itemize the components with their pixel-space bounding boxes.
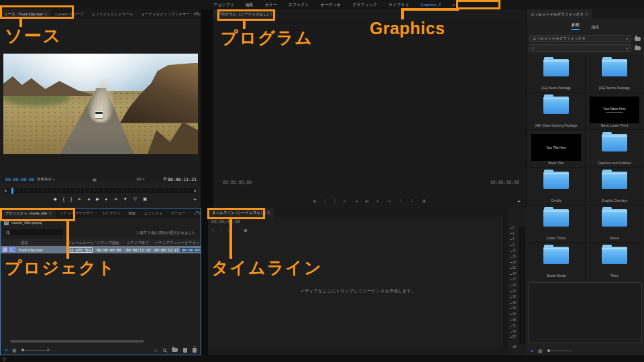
new-bin-icon[interactable] <box>172 348 178 352</box>
play-button[interactable]: ▶ <box>366 199 369 204</box>
program-button-editor-button[interactable]: + <box>517 198 521 204</box>
tab-markers[interactable]: マーカー <box>166 208 189 218</box>
go-to-out-button[interactable]: ⇥ <box>113 197 117 202</box>
workspace-tab-editing[interactable]: 編集 <box>246 2 254 8</box>
eg-item-titles[interactable]: Titles <box>586 243 643 280</box>
trash-icon[interactable] <box>193 348 197 353</box>
tab-effects[interactable]: エフェクト <box>140 208 166 218</box>
zoom-slider-knob[interactable] <box>547 349 550 352</box>
audio-meters-panel[interactable]: 036912151821242730333639424548515457 dB <box>508 208 527 355</box>
play-button[interactable]: ▶ <box>96 197 99 202</box>
tab-browse[interactable]: 参照 <box>572 22 580 30</box>
eg-item-ae-video-gaming-package[interactable]: [AE] Video Gaming Package <box>527 93 585 129</box>
step-forward-button[interactable]: ▸ <box>377 199 379 204</box>
zoom-slider-knob[interactable] <box>21 349 24 351</box>
thumbnail-zoom-slider[interactable] <box>547 351 572 351</box>
workspace-tab-audio[interactable]: オーディオ <box>321 2 341 8</box>
wrench-icon[interactable]: ⚙ <box>163 176 167 182</box>
go-to-in-button[interactable]: ⇤ <box>343 199 347 204</box>
zoom-handle-left[interactable] <box>5 190 7 192</box>
column-header-media-duration[interactable]: メディアデュレー <box>154 241 184 245</box>
workspace-tab-graphics-jp[interactable]: グラフィック <box>352 2 377 8</box>
column-header-name[interactable]: 名前 <box>1 241 68 245</box>
icon-view-button[interactable]: ▦ <box>538 349 543 353</box>
panel-menu-icon[interactable]: ≡ <box>268 210 270 215</box>
source-button-editor-button[interactable]: + <box>193 196 197 202</box>
search-input[interactable] <box>4 229 63 235</box>
mark-out-button[interactable]: } <box>70 197 72 202</box>
eg-item-basic-lower-third[interactable]: Your Name HereBasic Lower Third <box>586 93 643 129</box>
tab-history[interactable]: ヒス <box>190 208 201 218</box>
snap-icon[interactable]: ∩ <box>220 228 223 233</box>
workspace-menu-icon[interactable]: ≡ <box>439 3 441 7</box>
captions-display-icon[interactable]: ▤ <box>93 177 97 182</box>
column-header-video-in[interactable]: ビデオイン <box>184 241 201 245</box>
source-scrubber[interactable] <box>4 188 197 193</box>
source-resolution-select[interactable]: 1/2 ▾ <box>136 177 144 181</box>
workspace-tab-effects[interactable]: エフェクト <box>288 2 309 8</box>
eg-item-credits[interactable]: Credits <box>527 168 585 204</box>
tab-essential-graphics[interactable]: エッセンシャルグラフィックス ≡ <box>527 9 592 19</box>
panel-menu-icon[interactable]: ≡ <box>586 12 588 16</box>
new-item-icon[interactable] <box>183 348 187 353</box>
find-icon[interactable] <box>163 349 166 352</box>
step-forward-button[interactable]: ▸ <box>105 197 107 202</box>
column-header-framerate[interactable]: フレームレート ^ <box>68 241 97 245</box>
sync-library-folder-icon[interactable] <box>634 35 641 42</box>
timeline-vertical-scrollbar[interactable] <box>503 217 508 347</box>
nest-toggle-icon[interactable]: ⊓ <box>211 228 215 233</box>
source-video-preview[interactable] <box>3 54 198 154</box>
list-view-button[interactable]: ≡ <box>5 348 7 353</box>
eg-item-social-media[interactable]: Social Media <box>527 243 585 280</box>
go-to-out-button[interactable]: ⇥ <box>387 199 390 204</box>
clip-select-checkbox[interactable] <box>3 247 7 252</box>
mark-in-button[interactable]: { <box>63 197 64 202</box>
eg-library-select[interactable]: エッセンシャルグラフィックス ▾ <box>529 35 631 42</box>
browse-folder-icon[interactable] <box>634 44 641 52</box>
overwrite-button[interactable]: ▽ <box>133 197 137 202</box>
thumbnail-zoom-slider[interactable] <box>21 350 50 351</box>
eg-item-lower-thirds[interactable]: Lower Thirds <box>527 205 585 242</box>
export-frame-button[interactable]: ▣ <box>422 199 426 204</box>
eg-item-graphic-overlays[interactable]: Graphic Overlays <box>586 168 643 204</box>
workspace-tab-graphics[interactable]: Graphics ≡ <box>421 3 441 7</box>
eg-item-slates[interactable]: Slates <box>586 205 643 242</box>
source-current-timecode[interactable]: 00:00:00:00 <box>5 177 34 182</box>
eg-item-ae-news-package[interactable]: [AE] News Package <box>527 55 585 92</box>
workspace-tab-libraries[interactable]: ライブラリ <box>388 2 409 8</box>
icon-view-button[interactable]: ▦ <box>12 348 17 353</box>
add-marker-icon[interactable]: ◦ <box>237 228 238 233</box>
eg-path-select[interactable]: / ▾ <box>529 44 631 52</box>
workspace-tab-color[interactable]: カラー <box>265 2 277 8</box>
insert-button[interactable]: ▼ <box>123 197 127 202</box>
column-header-media-end[interactable]: メディア終了 <box>126 241 154 245</box>
source-tabs-overflow-button[interactable]: » <box>196 11 199 15</box>
source-zoom-select[interactable]: 全体表示 ▾ <box>37 177 55 182</box>
table-row[interactable]: Truck Clip.mov 23.976 fps 00:00:00:00 00… <box>1 246 201 253</box>
timeline-settings-wrench-icon[interactable]: ⚙ <box>244 228 247 233</box>
zoom-handle-right[interactable] <box>194 190 196 192</box>
eg-item-basic-title[interactable]: Your Title HereBasic Title <box>527 130 585 167</box>
export-frame-button[interactable]: ▣ <box>143 197 147 202</box>
mark-out-button[interactable]: } <box>334 199 335 204</box>
add-marker-button[interactable]: ◆ <box>54 197 57 202</box>
workspace-overflow-button[interactable]: » <box>452 3 455 7</box>
go-to-in-button[interactable]: ⇤ <box>78 197 81 202</box>
workspace-tab-assembly[interactable]: アセンブリ <box>213 2 234 8</box>
column-header-media-start[interactable]: メディア開始 <box>97 241 126 245</box>
mark-in-button[interactable]: { <box>325 199 326 204</box>
tab-info[interactable]: 情報 <box>124 208 140 218</box>
step-back-button[interactable]: ◂ <box>88 197 90 202</box>
source-playhead[interactable] <box>11 188 13 194</box>
timeline-current-timecode[interactable]: 00;00;00;00 <box>211 219 240 225</box>
tab-effect-controls[interactable]: エフェクトコントロール <box>88 9 138 19</box>
tab-libraries[interactable]: ライブラリ <box>97 208 124 218</box>
eg-item-ae-sports-package[interactable]: [AE] Sports Package <box>586 55 643 92</box>
program-current-timecode[interactable]: 00;00;00;00 <box>223 180 252 185</box>
project-horizontal-scrollbar[interactable] <box>10 340 144 343</box>
add-marker-button[interactable]: ◆ <box>313 199 317 204</box>
eg-item-captions-and-subtitles[interactable]: Captions and Subtitles <box>586 130 643 167</box>
list-view-button[interactable]: ≡ <box>531 349 533 353</box>
step-back-button[interactable]: ◂ <box>355 199 357 204</box>
extract-button[interactable]: ⇩ <box>411 199 414 204</box>
